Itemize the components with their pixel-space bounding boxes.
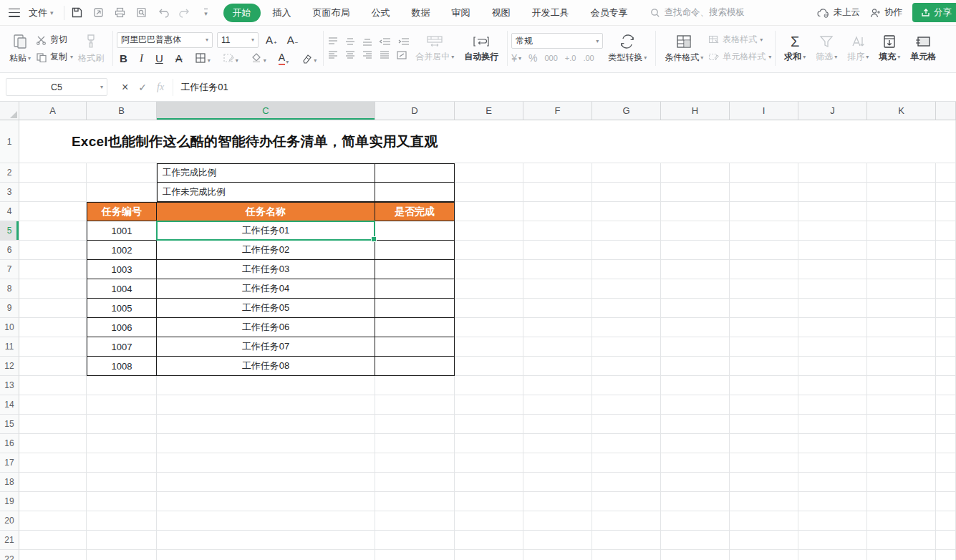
cell-L18[interactable] xyxy=(936,473,956,492)
cell-F6[interactable] xyxy=(523,241,592,260)
copy-button[interactable]: 复制▾ xyxy=(36,51,73,63)
cell-F7[interactable] xyxy=(523,260,592,279)
cell-G7[interactable] xyxy=(592,260,661,279)
cell-K4[interactable] xyxy=(867,202,936,221)
cell-A19[interactable] xyxy=(19,492,87,511)
cell-D13[interactable] xyxy=(375,376,455,395)
cell-G22[interactable] xyxy=(592,550,661,560)
cell-D18[interactable] xyxy=(375,473,455,492)
cell-I22[interactable] xyxy=(730,550,798,560)
cell-A5[interactable] xyxy=(19,221,87,241)
cell-D15[interactable] xyxy=(375,415,455,434)
cell-D3[interactable] xyxy=(375,183,455,202)
cell-J12[interactable] xyxy=(798,357,867,376)
cell-K14[interactable] xyxy=(867,395,936,415)
cell-I2[interactable] xyxy=(730,163,798,183)
cell-A14[interactable] xyxy=(19,395,87,415)
cell-F11[interactable] xyxy=(523,337,592,357)
cell-E16[interactable] xyxy=(455,434,523,453)
decrease-decimal-button[interactable]: .00 xyxy=(583,54,594,62)
cell-F8[interactable] xyxy=(523,279,592,299)
italic-button[interactable]: I xyxy=(137,52,146,64)
cell-H13[interactable] xyxy=(661,376,730,395)
cell-K18[interactable] xyxy=(867,473,936,492)
row-header-3[interactable]: 3 xyxy=(0,183,19,202)
align-left-icon[interactable] xyxy=(327,50,339,60)
cell-I6[interactable] xyxy=(730,241,798,260)
cell-B22[interactable] xyxy=(87,550,157,560)
strikethrough-button[interactable]: A xyxy=(173,52,185,64)
row-header-9[interactable]: 9 xyxy=(0,299,19,318)
cell-F10[interactable] xyxy=(523,318,592,337)
cell-A6[interactable] xyxy=(19,241,87,260)
cell-I13[interactable] xyxy=(730,376,798,395)
cell-E10[interactable] xyxy=(455,318,523,337)
cell-F3[interactable] xyxy=(523,183,592,202)
increase-font-icon[interactable]: A+ xyxy=(263,34,280,46)
font-color-button[interactable]: A▾ xyxy=(276,52,291,65)
cell-C7[interactable]: 工作任务03 xyxy=(157,260,375,279)
cell-J14[interactable] xyxy=(798,395,867,415)
cell-E4[interactable] xyxy=(455,202,523,221)
cell-A16[interactable] xyxy=(19,434,87,453)
cell-K11[interactable] xyxy=(867,337,936,357)
cell-J22[interactable] xyxy=(798,550,867,560)
cell-C9[interactable]: 工作任务05 xyxy=(157,299,375,318)
cell-A7[interactable] xyxy=(19,260,87,279)
cell-H3[interactable] xyxy=(661,183,730,202)
cell-L11[interactable] xyxy=(936,337,956,357)
cell-K6[interactable] xyxy=(867,241,936,260)
cell-style-button[interactable]: 单元格样式▾ xyxy=(708,51,771,63)
cell-B21[interactable] xyxy=(87,531,157,550)
cell-K12[interactable] xyxy=(867,357,936,376)
cell-K19[interactable] xyxy=(867,492,936,511)
cell-F2[interactable] xyxy=(523,163,592,183)
cell-D4[interactable]: 是否完成 xyxy=(375,202,455,221)
row-header-7[interactable]: 7 xyxy=(0,260,19,279)
cell-H11[interactable] xyxy=(661,337,730,357)
cell-J4[interactable] xyxy=(798,202,867,221)
col-header-A[interactable]: A xyxy=(19,102,87,120)
cell-L9[interactable] xyxy=(936,299,956,318)
filter-button[interactable]: 筛选▾ xyxy=(811,33,842,64)
row-header-16[interactable]: 16 xyxy=(0,434,19,453)
cell-J2[interactable] xyxy=(798,163,867,183)
cell-C4[interactable]: 任务名称 xyxy=(157,202,375,221)
cell-H14[interactable] xyxy=(661,395,730,415)
row-header-15[interactable]: 15 xyxy=(0,415,19,434)
cell-G15[interactable] xyxy=(592,415,661,434)
row-header-19[interactable]: 19 xyxy=(0,492,19,511)
col-header-I[interactable]: I xyxy=(730,102,798,120)
cell-B5[interactable]: 1001 xyxy=(87,221,157,241)
cell-A12[interactable] xyxy=(19,357,87,376)
tab-view[interactable]: 视图 xyxy=(483,4,520,22)
cell-F13[interactable] xyxy=(523,376,592,395)
cell-E13[interactable] xyxy=(455,376,523,395)
row-header-8[interactable]: 8 xyxy=(0,279,19,299)
cell-I16[interactable] xyxy=(730,434,798,453)
cell-H7[interactable] xyxy=(661,260,730,279)
col-header-J[interactable]: J xyxy=(798,102,867,120)
cell-G17[interactable] xyxy=(592,453,661,473)
cell-D12[interactable] xyxy=(375,357,455,376)
cell-C22[interactable] xyxy=(157,550,375,560)
cell-J15[interactable] xyxy=(798,415,867,434)
col-header-K[interactable]: K xyxy=(867,102,936,120)
collab-button[interactable]: 协作 xyxy=(870,6,902,19)
cell-G4[interactable] xyxy=(592,202,661,221)
cell-K7[interactable] xyxy=(867,260,936,279)
cell-J5[interactable] xyxy=(798,221,867,241)
cell-B9[interactable]: 1005 xyxy=(87,299,157,318)
cell-F15[interactable] xyxy=(523,415,592,434)
wrap-text-button[interactable]: 自动换行 xyxy=(459,33,503,64)
print-icon[interactable] xyxy=(113,6,127,20)
formula-input[interactable]: 工作任务01 xyxy=(180,81,228,94)
cell-G8[interactable] xyxy=(592,279,661,299)
insert-function-icon[interactable]: fx xyxy=(157,82,164,93)
format-painter-button[interactable]: 格式刷 xyxy=(73,32,109,66)
underline-button[interactable]: U xyxy=(153,52,166,64)
cell-L5[interactable] xyxy=(936,221,956,241)
cell-J8[interactable] xyxy=(798,279,867,299)
cell-L10[interactable] xyxy=(936,318,956,337)
align-center-icon[interactable] xyxy=(344,50,356,60)
